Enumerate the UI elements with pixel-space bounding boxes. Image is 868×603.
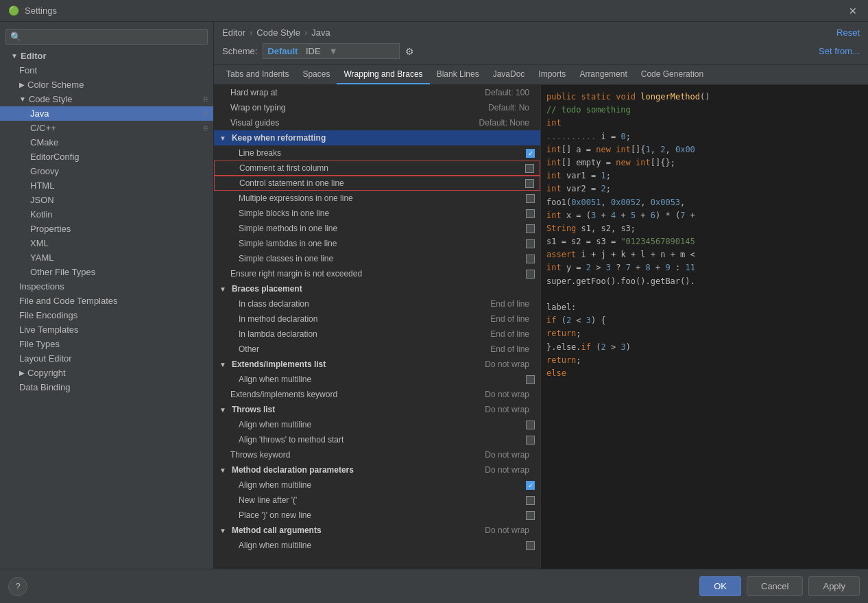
row-control-stmt: Control statement in one line bbox=[214, 176, 540, 191]
row-throws-list[interactable]: ▼ Throws list Do not wrap bbox=[214, 402, 540, 417]
sidebar-item-yaml[interactable]: YAML bbox=[0, 250, 213, 265]
search-input[interactable]: 🔍 bbox=[5, 29, 208, 45]
row-label: Line breaks bbox=[219, 148, 526, 158]
row-method-call-args[interactable]: ▼ Method call arguments Do not wrap bbox=[214, 523, 540, 538]
sidebar-item-live-templates[interactable]: Live Templates bbox=[0, 322, 213, 337]
row-other: Other End of line bbox=[214, 342, 540, 357]
section-arrow: ▼ bbox=[219, 134, 226, 142]
row-label: Align when multiline bbox=[219, 541, 526, 550]
sidebar-item-xml[interactable]: XML bbox=[0, 236, 213, 250]
checkbox-align-multiline-method[interactable]: ✓ bbox=[526, 481, 535, 490]
tabs-bar: Tabs and Indents Spaces Wrapping and Bra… bbox=[214, 65, 868, 85]
reset-button[interactable]: Reset bbox=[836, 27, 860, 38]
sidebar-item-label: Layout Editor bbox=[19, 353, 72, 364]
checkbox-simple-classes[interactable] bbox=[526, 255, 535, 263]
breadcrumb-sep1: › bbox=[250, 27, 252, 38]
sidebar-item-label: JSON bbox=[30, 195, 54, 205]
tab-tabs-indents[interactable]: Tabs and Indents bbox=[219, 65, 296, 84]
checkbox-align-throws-method[interactable] bbox=[526, 436, 535, 445]
sidebar-item-data-binding[interactable]: Data Binding bbox=[0, 380, 213, 394]
sidebar-item-label: Copyright bbox=[27, 368, 66, 378]
tab-code-generation[interactable]: Code Generation bbox=[634, 65, 710, 84]
sidebar-item-other-file-types[interactable]: Other File Types bbox=[0, 265, 213, 279]
checkbox-align-multiline-ext[interactable] bbox=[526, 375, 535, 384]
sidebar-item-properties[interactable]: Properties bbox=[0, 222, 213, 236]
checkbox-control-stmt[interactable] bbox=[525, 179, 534, 188]
tab-spaces[interactable]: Spaces bbox=[296, 65, 337, 84]
row-braces-placement[interactable]: ▼ Braces placement bbox=[214, 281, 540, 296]
sidebar-item-cmake[interactable]: CMake bbox=[0, 135, 213, 150]
checkbox-simple-methods[interactable] bbox=[526, 224, 535, 233]
sidebar-item-file-encodings[interactable]: File Encodings bbox=[0, 308, 213, 322]
sidebar-item-groovy[interactable]: Groovy bbox=[0, 164, 213, 178]
sidebar-item-label: Color Scheme bbox=[27, 80, 84, 90]
tab-blank-lines[interactable]: Blank Lines bbox=[430, 65, 486, 84]
sidebar-item-copyright[interactable]: ▶ Copyright bbox=[0, 366, 213, 380]
code-preview: public static void longerMethod() // tod… bbox=[541, 85, 868, 569]
checkbox-simple-blocks[interactable] bbox=[526, 209, 535, 218]
checkbox-line-breaks[interactable]: ✓ bbox=[526, 149, 535, 158]
help-button[interactable]: ? bbox=[8, 577, 27, 596]
sidebar-item-inspections[interactable]: Inspections bbox=[0, 279, 213, 294]
sidebar-item-html[interactable]: HTML bbox=[0, 178, 213, 193]
scheme-dropdown[interactable]: Default IDE ▼ bbox=[263, 43, 400, 59]
row-line-breaks: Line breaks ✓ bbox=[214, 145, 540, 161]
tab-arrangement[interactable]: Arrangement bbox=[572, 65, 634, 84]
row-extends-list[interactable]: ▼ Extends/implements list Do not wrap bbox=[214, 357, 540, 372]
code-line: int[] a = new int[]{1, 2, 0x00 bbox=[546, 143, 863, 156]
sidebar-item-editorconfig[interactable]: EditorConfig bbox=[0, 150, 213, 164]
tab-wrapping-braces[interactable]: Wrapping and Braces bbox=[337, 65, 429, 84]
sidebar-item-code-style[interactable]: ▼ Code Style ⎘ bbox=[0, 92, 213, 106]
row-keep-reformatting[interactable]: ▼ Keep when reformatting bbox=[214, 130, 540, 145]
sidebar-item-json[interactable]: JSON bbox=[0, 193, 213, 207]
sidebar-item-label: Data Binding bbox=[19, 382, 70, 392]
checkbox-align-multiline-throws[interactable] bbox=[526, 421, 535, 429]
checkbox-new-line-after-paren[interactable] bbox=[526, 496, 535, 505]
sidebar-item-java[interactable]: Java ⎘ bbox=[0, 106, 213, 121]
row-visual-guides: Visual guides Default: None bbox=[214, 115, 540, 130]
sidebar-item-kotlin[interactable]: Kotlin bbox=[0, 207, 213, 222]
row-label: Ensure right margin is not exceeded bbox=[219, 269, 526, 279]
breadcrumb-editor: Editor bbox=[222, 27, 245, 38]
checkbox-multiple-expr[interactable] bbox=[526, 194, 535, 203]
row-label: Method call arguments bbox=[229, 525, 468, 535]
row-value: Do not wrap bbox=[468, 450, 529, 460]
code-line: if (2 < 3) { bbox=[546, 314, 863, 327]
checkbox-place-on-new-line[interactable] bbox=[526, 511, 535, 520]
sidebar-item-file-types[interactable]: File Types bbox=[0, 337, 213, 351]
tab-imports[interactable]: Imports bbox=[531, 65, 572, 84]
row-value: Default: No bbox=[468, 103, 529, 113]
close-button[interactable]: ✕ bbox=[846, 4, 860, 18]
row-method-decl-params[interactable]: ▼ Method declaration parameters Do not w… bbox=[214, 462, 540, 477]
code-line: foo1(0x0051, 0x0052, 0x0053, bbox=[546, 196, 863, 209]
row-place-on-new-line: Place ')' on new line bbox=[214, 508, 540, 523]
breadcrumb-code-style: Code Style bbox=[256, 27, 300, 38]
code-line: }.else.if (2 > 3) bbox=[546, 341, 863, 354]
apply-button[interactable]: Apply bbox=[808, 576, 860, 596]
checkbox-simple-lambdas[interactable] bbox=[526, 239, 535, 248]
row-value: Default: 100 bbox=[468, 88, 529, 97]
gear-button[interactable]: ⚙ bbox=[405, 46, 414, 57]
row-extends-keyword: Extends/implements keyword Do not wrap bbox=[214, 387, 540, 402]
sidebar-item-editor[interactable]: ▼ Editor bbox=[0, 49, 213, 63]
sidebar-item-label: Live Templates bbox=[19, 324, 78, 335]
code-line: else bbox=[546, 367, 863, 380]
checkbox-ensure-margin[interactable] bbox=[526, 270, 535, 279]
checkbox-align-multiline-call[interactable] bbox=[526, 541, 535, 550]
row-value: Do not wrap bbox=[468, 465, 529, 475]
checkbox-comment-first-col[interactable] bbox=[525, 164, 534, 173]
sidebar-item-layout-editor[interactable]: Layout Editor bbox=[0, 351, 213, 366]
row-label: Extends/implements keyword bbox=[219, 390, 468, 399]
cancel-button[interactable]: Cancel bbox=[747, 576, 803, 596]
row-simple-methods: Simple methods in one line bbox=[214, 221, 540, 236]
set-from-button[interactable]: Set from... bbox=[819, 46, 860, 56]
sidebar-item-file-code-templates[interactable]: File and Code Templates bbox=[0, 294, 213, 308]
sidebar-item-font[interactable]: Font bbox=[0, 63, 213, 78]
sidebar-item-color-scheme[interactable]: ▶ Color Scheme bbox=[0, 78, 213, 92]
scheme-ide-label: IDE bbox=[306, 46, 321, 56]
sidebar-item-ccpp[interactable]: C/C++ ⎘ bbox=[0, 121, 213, 135]
tab-javadoc[interactable]: JavaDoc bbox=[486, 65, 532, 84]
code-line: s1 = s2 = s3 = "01234567890145 bbox=[546, 235, 863, 248]
ok-button[interactable]: OK bbox=[699, 576, 741, 596]
code-line: super.getFoo().foo().getBar(). bbox=[546, 275, 863, 288]
